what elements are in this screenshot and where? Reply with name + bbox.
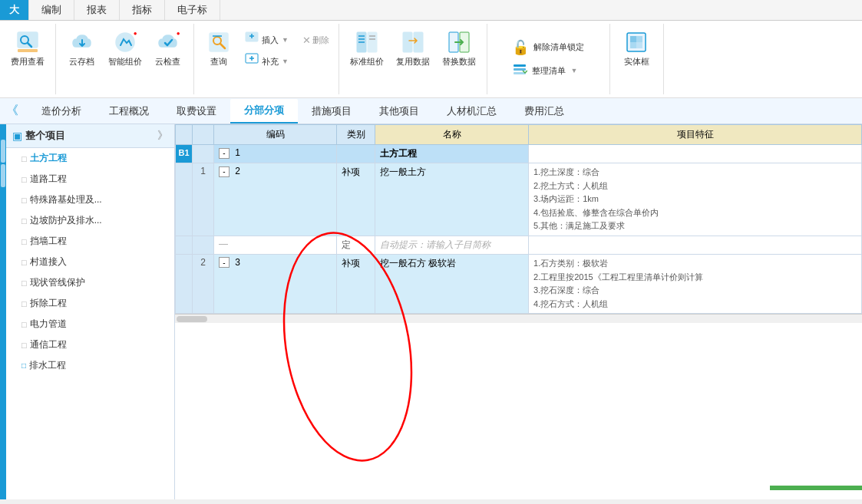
code-val-1: 1 xyxy=(235,147,240,158)
replace-data-icon xyxy=(447,30,471,54)
tab-zhibiao[interactable]: 指标 xyxy=(120,0,165,20)
cat-cell-3: 补项 xyxy=(337,254,375,313)
grid-container[interactable]: 编码 类别 名称 项目特征 B1 - 1 xyxy=(175,124,862,499)
tab-dianzibiao[interactable]: 电子标 xyxy=(165,0,220,20)
tab-baobiao[interactable]: 报表 xyxy=(74,0,120,20)
doc-icon-6: □ xyxy=(21,258,27,267)
doc-icon-10: □ xyxy=(21,341,27,350)
sidebar-item-drainage[interactable]: □ 排水工程 xyxy=(6,355,174,376)
sidebar-item-earth[interactable]: □ 土方工程 xyxy=(6,148,174,169)
btn-reuse-data[interactable]: 复用数据 xyxy=(391,27,434,71)
edge-btn-1[interactable] xyxy=(1,140,5,163)
sidebar-collapse-btn[interactable]: 》 xyxy=(157,129,168,143)
sidebar-item-label-6: 村道接入 xyxy=(30,255,67,268)
sidebar-item-label-9: 电力管道 xyxy=(30,318,67,331)
sidebar-item-special[interactable]: □ 特殊路基处理及... xyxy=(6,189,174,210)
doc-icon-1: □ xyxy=(21,154,27,163)
btn-cloud-check[interactable]: ● 云检查 xyxy=(150,27,187,71)
cost-view-label: 费用查看 xyxy=(11,56,45,68)
cloud-archive-label: 云存档 xyxy=(69,56,94,68)
features-cell-2: 1.挖土深度：综合 2.挖土方式：人机组 3.场内运距：1km 4.包括捡底、修… xyxy=(529,163,862,236)
tab-measures[interactable]: 措施项目 xyxy=(298,100,365,123)
nav-collapse-btn[interactable]: 《 xyxy=(3,100,21,122)
tab-parts[interactable]: 分部分项 xyxy=(230,99,298,124)
svg-rect-27 xyxy=(514,68,526,71)
btn-entity[interactable]: 实体框 xyxy=(618,27,655,71)
sidebar-title: 整个项目 xyxy=(25,129,65,143)
btn-delete[interactable]: ✕ 删除 xyxy=(299,33,332,48)
group-query-insert: 查询 插入 ▼ xyxy=(194,24,339,94)
sidebar-item-label-5: 挡墙工程 xyxy=(30,235,67,248)
tab-bianzhi[interactable]: 编制 xyxy=(29,0,74,20)
btn-organize[interactable]: 整理清单 ▼ xyxy=(507,61,582,81)
tab-fee-settings[interactable]: 取费设置 xyxy=(163,100,230,123)
collapse-btn-3[interactable]: - xyxy=(219,257,230,268)
insert-label: 插入 xyxy=(262,35,279,46)
sidebar-item-telecom[interactable]: □ 通信工程 xyxy=(6,334,174,355)
svg-rect-16 xyxy=(368,32,377,52)
sidebar-item-pipeline[interactable]: □ 现状管线保护 xyxy=(6,272,174,293)
entity-label: 实体框 xyxy=(624,56,649,68)
h-scrollbar-thumb[interactable] xyxy=(177,316,207,322)
b1-blank-1 xyxy=(176,163,193,236)
btn-standard-price[interactable]: 标准组价 xyxy=(345,27,388,71)
svg-rect-31 xyxy=(636,36,642,42)
query-label: 查询 xyxy=(210,56,227,68)
btn-replace-data[interactable]: 替换数据 xyxy=(438,27,481,71)
group-pricing: 标准组价 复用数据 xyxy=(339,24,487,94)
sidebar-item-label-10: 通信工程 xyxy=(30,338,67,351)
row-num-hint xyxy=(193,236,214,254)
name-cell-2: 挖一般土方 xyxy=(375,163,529,236)
btn-query[interactable]: 查询 xyxy=(200,27,237,71)
unlock-label: 解除清单锁定 xyxy=(533,41,584,53)
sidebar-item-slope[interactable]: □ 边坡防护及排水... xyxy=(6,210,174,231)
code-cell-1[interactable]: - 1 xyxy=(214,145,337,163)
code-cell-2[interactable]: - 2 xyxy=(214,163,337,236)
h-scrollbar[interactable] xyxy=(175,314,862,323)
svg-rect-33 xyxy=(636,42,642,48)
cloud-archive-icon xyxy=(70,30,94,54)
organize-icon xyxy=(512,62,527,80)
btn-supplement[interactable]: 补充 ▼ xyxy=(240,51,293,71)
sidebar-item-label-4: 边坡防护及排水... xyxy=(30,214,102,227)
svg-rect-30 xyxy=(630,36,636,42)
code-cell-3[interactable]: - 3 xyxy=(214,254,337,313)
name-cell-hint[interactable]: 自动提示：请输入子目简称 xyxy=(375,236,529,254)
btn-smart-price[interactable]: ● 智能组价 xyxy=(104,27,147,71)
sidebar-item-label-7: 现状管线保护 xyxy=(30,276,85,289)
tab-cost-summary[interactable]: 费用汇总 xyxy=(510,100,578,123)
collapse-btn-1[interactable]: - xyxy=(219,148,230,159)
standard-price-icon xyxy=(355,30,379,54)
sidebar-item-wall[interactable]: □ 挡墙工程 xyxy=(6,231,174,252)
supplement-icon xyxy=(245,53,259,70)
replace-data-label: 替换数据 xyxy=(442,56,476,68)
sidebar-item-village[interactable]: □ 村道接入 xyxy=(6,252,174,272)
nav-tabs-bar: 《 造价分析 工程概况 取费设置 分部分项 措施项目 其他项目 人材机汇总 费用… xyxy=(0,98,862,124)
sidebar-item-label-2: 道路工程 xyxy=(30,173,67,186)
tab-resources[interactable]: 人材机汇总 xyxy=(433,100,510,123)
b1-blank-hint xyxy=(176,236,193,254)
group-entity: 实体框 xyxy=(610,24,664,94)
btn-cloud-archive[interactable]: 云存档 xyxy=(64,27,101,71)
sidebar-item-road[interactable]: □ 道路工程 xyxy=(6,169,174,189)
app-tab[interactable]: 大 xyxy=(0,0,29,20)
cat-cell-1 xyxy=(337,145,375,163)
doc-icon-7: □ xyxy=(21,278,27,288)
btn-unlock[interactable]: 🔓 解除清单锁定 xyxy=(507,38,589,58)
table-row: — 定 自动提示：请输入子目简称 xyxy=(176,236,862,254)
entity-icon xyxy=(624,30,649,54)
sidebar-item-electric[interactable]: □ 电力管道 xyxy=(6,314,174,334)
green-status-bar xyxy=(770,486,862,490)
group-cost-view: 费用查看 xyxy=(0,24,56,94)
unlock-icon: 🔓 xyxy=(512,39,529,56)
btn-cost-view[interactable]: 费用查看 xyxy=(6,27,49,71)
delete-label: 删除 xyxy=(312,35,329,46)
collapse-btn-2[interactable]: - xyxy=(219,166,230,177)
edge-btn-2[interactable] xyxy=(1,164,5,187)
tab-project-overview[interactable]: 工程概况 xyxy=(95,100,163,123)
tab-other[interactable]: 其他项目 xyxy=(365,100,433,123)
sidebar-item-demolish[interactable]: □ 拆除工程 xyxy=(6,293,174,314)
row-num-1: 1 xyxy=(193,163,214,236)
tab-cost-analysis[interactable]: 造价分析 xyxy=(28,100,95,123)
btn-insert[interactable]: 插入 ▼ xyxy=(240,30,293,50)
